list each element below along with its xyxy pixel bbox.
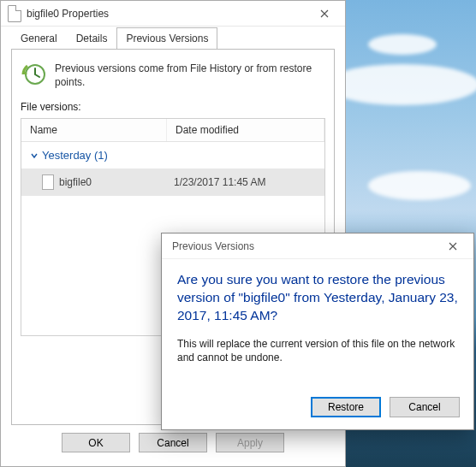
tab-previous-versions[interactable]: Previous Versions [116, 27, 217, 50]
column-date[interactable]: Date modified [167, 119, 324, 141]
restore-button[interactable]: Restore [311, 397, 381, 417]
apply-button[interactable]: Apply [216, 433, 284, 452]
dialog-sub-text: This will replace the current version of… [177, 337, 458, 364]
cancel-button[interactable]: Cancel [139, 433, 207, 452]
file-date: 1/23/2017 11:45 AM [167, 174, 324, 190]
cancel-button[interactable]: Cancel [390, 397, 460, 417]
dialog-main-text: Are you sure you want to restore the pre… [177, 271, 458, 325]
dialog-titlebar[interactable]: Previous Versions [162, 234, 473, 259]
dialog-title: Previous Versions [172, 240, 436, 252]
file-icon [42, 174, 54, 190]
dialog-button-row: Restore Cancel [162, 388, 473, 429]
tab-details[interactable]: Details [67, 27, 117, 50]
tab-general[interactable]: General [11, 27, 67, 50]
tab-row: General Details Previous Versions [1, 27, 345, 49]
close-icon[interactable] [307, 2, 342, 26]
file-version-row[interactable]: bigfile0 1/23/2017 11:45 AM [21, 168, 324, 196]
group-yesterday[interactable]: Yesterday (1) [21, 142, 324, 168]
titlebar[interactable]: bigfile0 Properties [1, 1, 345, 27]
confirm-restore-dialog: Previous Versions Are you sure you want … [161, 233, 474, 430]
group-label: Yesterday (1) [42, 149, 108, 162]
file-versions-label: File versions: [21, 101, 325, 113]
file-name: bigfile0 [59, 176, 92, 188]
window-title: bigfile0 Properties [27, 8, 307, 20]
column-name[interactable]: Name [21, 119, 167, 141]
history-clock-icon [21, 62, 46, 87]
close-icon[interactable] [436, 234, 470, 258]
dialog-button-row: OK Cancel Apply [1, 426, 345, 459]
hint-text: Previous versions come from File History… [55, 62, 325, 89]
file-icon [8, 5, 21, 22]
list-header: Name Date modified [21, 119, 324, 142]
chevron-down-icon [30, 151, 39, 160]
ok-button[interactable]: OK [62, 433, 130, 452]
